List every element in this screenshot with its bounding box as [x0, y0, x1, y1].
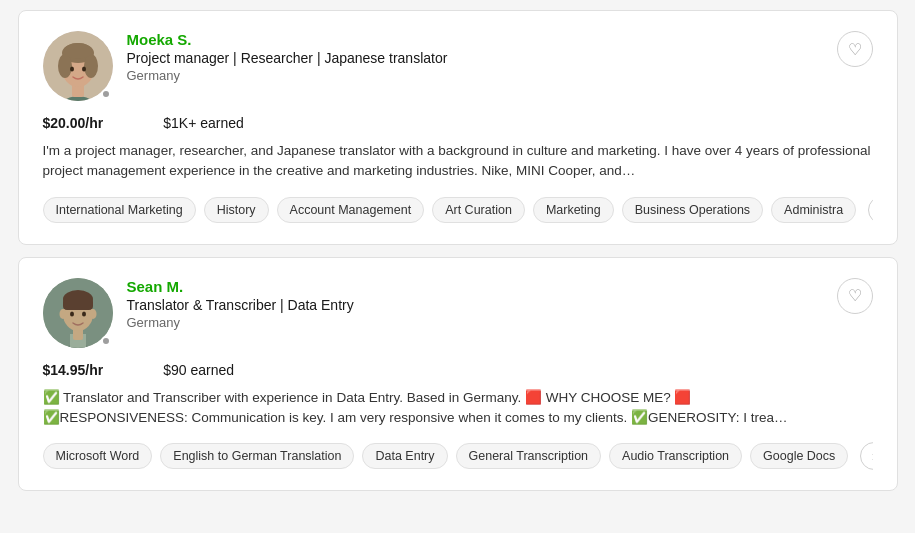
tag-item[interactable]: Administra [771, 197, 856, 223]
skills-tags: Microsoft Word English to German Transla… [43, 442, 873, 470]
svg-point-6 [84, 54, 98, 78]
user-info: Sean M. Translator & Transcriber | Data … [127, 278, 354, 330]
tag-item[interactable]: Google Docs [750, 443, 848, 469]
hourly-rate: $14.95/hr [43, 362, 104, 378]
stats-row: $20.00/hr $1K+ earned [43, 115, 873, 131]
tag-item[interactable]: English to German Translation [160, 443, 354, 469]
online-indicator [101, 89, 111, 99]
tag-item[interactable]: History [204, 197, 269, 223]
freelancer-card-moeka: Moeka S. Project manager | Researcher | … [18, 10, 898, 245]
svg-point-8 [70, 67, 74, 72]
freelancer-list: Moeka S. Project manager | Researcher | … [18, 10, 898, 503]
user-location: Germany [127, 68, 448, 83]
tag-item[interactable]: Marketing [533, 197, 614, 223]
earned-amount: $90 earned [163, 362, 234, 378]
freelancer-card-sean: Sean M. Translator & Transcriber | Data … [18, 257, 898, 492]
tag-item[interactable]: Business Operations [622, 197, 763, 223]
tag-item[interactable]: Account Management [277, 197, 425, 223]
user-description: I'm a project manager, researcher, and J… [43, 141, 873, 182]
tags-scroll-right-button[interactable]: › [868, 196, 872, 224]
heart-icon: ♡ [848, 40, 862, 59]
description-text: ✅ Translator and Transcriber with experi… [43, 390, 788, 425]
tag-item[interactable]: Audio Transcription [609, 443, 742, 469]
svg-point-7 [64, 43, 92, 59]
tag-item[interactable]: Data Entry [362, 443, 447, 469]
stats-row: $14.95/hr $90 earned [43, 362, 873, 378]
profile-section: Sean M. Translator & Transcriber | Data … [43, 278, 354, 348]
user-name: Sean M. [127, 278, 354, 295]
favorite-button[interactable]: ♡ [837, 31, 873, 67]
svg-point-5 [58, 54, 72, 78]
svg-point-18 [89, 309, 96, 319]
tags-scroll-right-button[interactable]: › [860, 442, 872, 470]
tag-item[interactable]: Art Curation [432, 197, 525, 223]
user-title: Translator & Transcriber | Data Entry [127, 297, 354, 313]
user-location: Germany [127, 315, 354, 330]
svg-point-19 [70, 311, 74, 316]
tag-item[interactable]: International Marketing [43, 197, 196, 223]
skills-tags: International Marketing History Account … [43, 196, 873, 224]
avatar-wrapper [43, 31, 113, 101]
earned-amount: $1K+ earned [163, 115, 244, 131]
svg-point-17 [59, 309, 66, 319]
user-name: Moeka S. [127, 31, 448, 48]
tag-item[interactable]: Microsoft Word [43, 443, 153, 469]
profile-section: Moeka S. Project manager | Researcher | … [43, 31, 448, 101]
heart-icon: ♡ [848, 286, 862, 305]
chevron-right-icon: › [872, 448, 873, 464]
svg-point-20 [82, 311, 86, 316]
user-title: Project manager | Researcher | Japanese … [127, 50, 448, 66]
hourly-rate: $20.00/hr [43, 115, 104, 131]
svg-point-9 [82, 67, 86, 72]
svg-rect-16 [63, 298, 93, 310]
tag-item[interactable]: General Transcription [456, 443, 602, 469]
online-indicator [101, 336, 111, 346]
avatar-wrapper [43, 278, 113, 348]
user-description: ✅ Translator and Transcriber with experi… [43, 388, 873, 429]
user-info: Moeka S. Project manager | Researcher | … [127, 31, 448, 83]
favorite-button[interactable]: ♡ [837, 278, 873, 314]
